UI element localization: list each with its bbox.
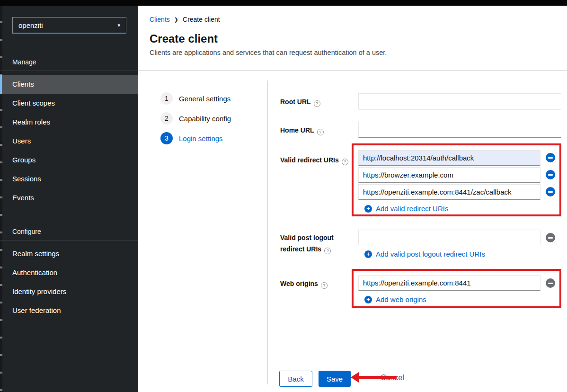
save-button[interactable]: Save bbox=[319, 371, 351, 387]
cancel-link[interactable]: Cancel bbox=[381, 374, 404, 382]
wizard-step-login-settings[interactable]: 3 Login settings bbox=[160, 132, 223, 144]
page-subtitle: Clients are applications and services th… bbox=[150, 49, 387, 56]
sidebar-item-identity-providers[interactable]: Identity providers bbox=[0, 282, 138, 301]
plus-icon: + bbox=[364, 296, 372, 303]
valid-post-logout-redirect-uri-input[interactable] bbox=[358, 230, 540, 245]
sidebar-item-groups[interactable]: Groups bbox=[0, 151, 138, 169]
wizard-step-label: Capability config bbox=[179, 115, 231, 123]
help-icon[interactable]: ? bbox=[324, 248, 331, 254]
remove-redirect-uri-button-1[interactable] bbox=[546, 153, 555, 162]
root-url-label: Root URL? bbox=[280, 96, 320, 107]
back-button[interactable]: Back bbox=[279, 371, 312, 387]
valid-post-logout-redirect-uris-label: Valid post logout redirect URIs? bbox=[280, 232, 355, 255]
divider bbox=[0, 71, 138, 71]
minus-icon bbox=[548, 283, 553, 284]
remove-redirect-uri-button-2[interactable] bbox=[546, 170, 555, 179]
step-number-badge: 1 bbox=[160, 92, 173, 105]
sidebar-item-authentication[interactable]: Authentication bbox=[0, 263, 138, 282]
add-web-origins-link[interactable]: + Add web origins bbox=[364, 295, 426, 303]
help-icon[interactable]: ? bbox=[321, 282, 328, 289]
divider bbox=[0, 240, 138, 241]
remove-post-logout-uri-button[interactable] bbox=[546, 233, 555, 242]
nav-section-manage: Manage bbox=[12, 58, 36, 66]
wizard-step-label: Login settings bbox=[179, 134, 223, 143]
valid-redirect-uri-input-2[interactable] bbox=[358, 167, 540, 183]
minus-icon bbox=[548, 174, 553, 176]
sidebar-item-events[interactable]: Events bbox=[0, 188, 138, 207]
realm-selector[interactable]: openziti ▾ bbox=[12, 17, 126, 34]
home-url-label: Home URL? bbox=[280, 125, 324, 136]
sidebar-item-client-scopes[interactable]: Client scopes bbox=[0, 94, 138, 113]
help-icon[interactable]: ? bbox=[317, 129, 324, 135]
minus-icon bbox=[548, 237, 553, 239]
chevron-right-icon: ❯ bbox=[174, 17, 178, 23]
remove-redirect-uri-button-3[interactable] bbox=[546, 187, 555, 196]
root-url-input[interactable] bbox=[358, 93, 561, 109]
breadcrumb-clients-link[interactable]: Clients bbox=[150, 16, 170, 23]
sidebar-item-realm-settings[interactable]: Realm settings bbox=[0, 244, 138, 263]
sidebar-divider bbox=[0, 49, 138, 49]
minus-icon bbox=[548, 157, 553, 159]
breadcrumb: Clients ❯ Create client bbox=[150, 16, 220, 23]
step-number-badge: 3 bbox=[160, 132, 173, 144]
breadcrumb-current: Create client bbox=[183, 16, 220, 23]
sidebar-item-users[interactable]: Users bbox=[0, 132, 138, 151]
add-valid-redirect-uris-link[interactable]: + Add valid redirect URIs bbox=[364, 205, 448, 213]
help-icon[interactable]: ? bbox=[314, 100, 320, 107]
realm-selector-value: openziti bbox=[18, 21, 43, 29]
chevron-down-icon: ▾ bbox=[117, 22, 120, 28]
remove-web-origin-button[interactable] bbox=[546, 278, 555, 288]
step-number-badge: 2 bbox=[160, 112, 173, 125]
plus-icon: + bbox=[364, 250, 372, 258]
minus-icon bbox=[548, 191, 553, 193]
valid-redirect-uri-input-3[interactable] bbox=[358, 184, 540, 200]
divider bbox=[138, 70, 567, 71]
wizard-step-general-settings[interactable]: 1 General settings bbox=[160, 92, 230, 105]
sidebar: openziti ▾ Manage Clients Client scopes … bbox=[0, 6, 138, 392]
sidebar-item-user-federation[interactable]: User federation bbox=[0, 301, 138, 320]
sidebar-item-sessions[interactable]: Sessions bbox=[0, 169, 138, 188]
add-valid-post-logout-redirect-uris-link[interactable]: + Add valid post logout redirect URIs bbox=[364, 250, 485, 258]
nav-section-configure: Configure bbox=[12, 228, 41, 235]
help-icon[interactable]: ? bbox=[342, 159, 348, 165]
top-black-bar bbox=[0, 0, 567, 6]
plus-icon: + bbox=[364, 205, 372, 213]
main-content: Clients ❯ Create client Create client Cl… bbox=[138, 6, 567, 392]
valid-redirect-uri-input-1[interactable] bbox=[358, 150, 540, 166]
sidebar-item-realm-roles[interactable]: Realm roles bbox=[0, 113, 138, 132]
wizard-divider bbox=[267, 80, 268, 384]
valid-redirect-uris-label: Valid redirect URIs? bbox=[280, 154, 348, 166]
web-origins-input[interactable] bbox=[358, 275, 540, 291]
home-url-input[interactable] bbox=[358, 122, 561, 138]
sidebar-item-clients[interactable]: Clients bbox=[0, 75, 138, 94]
page-title: Create client bbox=[150, 32, 218, 45]
wizard-step-label: General settings bbox=[179, 95, 230, 103]
wizard-step-capability-config[interactable]: 2 Capability config bbox=[160, 112, 231, 125]
keycloak-admin-console: openziti ▾ Manage Clients Client scopes … bbox=[0, 0, 567, 392]
web-origins-label: Web origins? bbox=[280, 278, 328, 289]
